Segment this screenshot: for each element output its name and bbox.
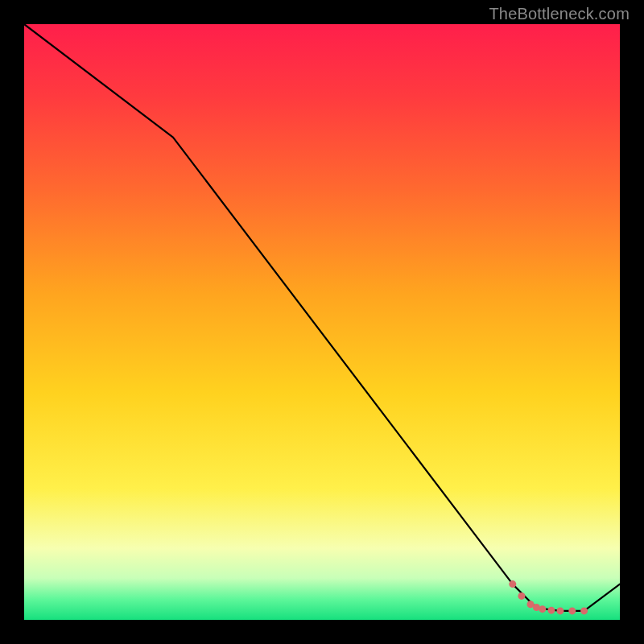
chart-stage: TheBottleneck.com	[0, 0, 644, 644]
watermark-text: TheBottleneck.com	[489, 5, 630, 23]
chart-plot-area	[24, 24, 620, 620]
gradient-rect	[24, 24, 620, 620]
highlight-marker	[568, 607, 576, 614]
chart-svg	[24, 24, 620, 620]
highlight-marker	[557, 607, 564, 614]
highlight-marker	[509, 580, 516, 588]
highlight-marker	[580, 607, 588, 614]
highlight-marker	[547, 607, 555, 614]
highlight-marker	[518, 592, 525, 600]
highlight-marker	[539, 605, 546, 613]
